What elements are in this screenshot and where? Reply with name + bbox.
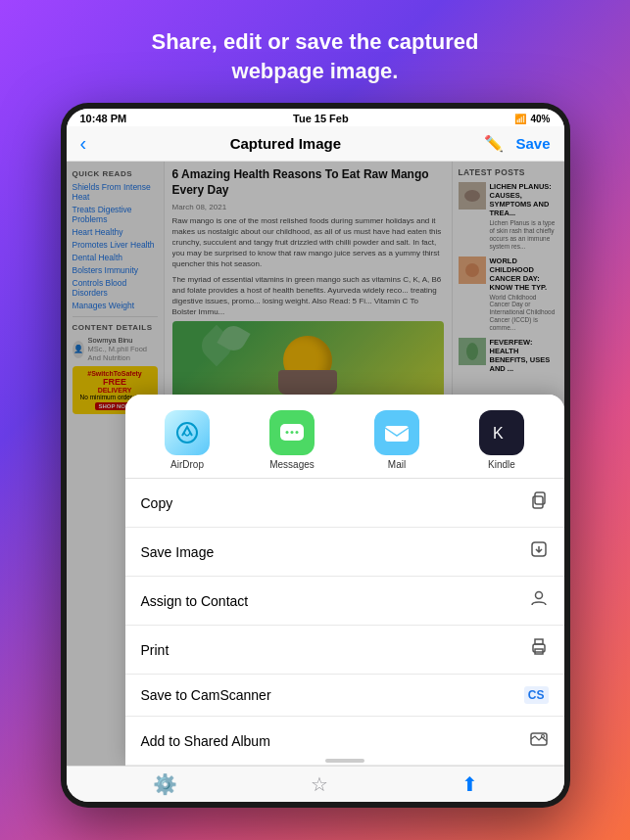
mail-label: Mail bbox=[388, 459, 406, 470]
share-menu-copy[interactable]: Copy bbox=[125, 479, 564, 528]
status-bar: 10:48 PM Tue 15 Feb 📶 40% bbox=[67, 109, 564, 126]
share-sheet: AirDrop Messages bbox=[125, 395, 564, 766]
share-app-airdrop[interactable]: AirDrop bbox=[165, 410, 210, 470]
svg-point-9 bbox=[291, 431, 294, 434]
web-content: QUICK READS Shields From Intense Heat Tr… bbox=[67, 162, 564, 766]
shared-album-label: Add to Shared Album bbox=[141, 733, 270, 749]
share-app-kindle[interactable]: K Kindle bbox=[479, 410, 524, 470]
device-screen: 10:48 PM Tue 15 Feb 📶 40% ‹ Captured Ima… bbox=[67, 109, 564, 802]
shared-album-icon bbox=[529, 728, 549, 753]
status-icons: 📶 40% bbox=[514, 114, 550, 124]
share-tab[interactable]: ⬆ bbox=[461, 772, 478, 796]
print-label: Print bbox=[141, 642, 170, 658]
back-button[interactable]: ‹ bbox=[80, 132, 87, 155]
share-app-mail[interactable]: Mail bbox=[374, 410, 419, 470]
save-image-label: Save Image bbox=[141, 544, 215, 560]
svg-point-10 bbox=[296, 431, 299, 434]
nav-actions: ✏️ Save bbox=[484, 134, 550, 153]
svg-point-16 bbox=[535, 592, 542, 599]
messages-label: Messages bbox=[269, 459, 315, 470]
nav-bar: ‹ Captured Image ✏️ Save bbox=[67, 126, 564, 162]
share-menu-camscanner[interactable]: Save to CamScanner CS bbox=[125, 675, 564, 717]
settings-tab[interactable]: ⚙️ bbox=[153, 772, 177, 796]
copy-label: Copy bbox=[141, 495, 173, 511]
print-icon bbox=[529, 637, 549, 662]
nav-title: Captured Image bbox=[230, 135, 341, 152]
share-menu-assign-contact[interactable]: Assign to Contact bbox=[125, 577, 564, 626]
edit-icon[interactable]: ✏️ bbox=[484, 134, 504, 153]
svg-rect-18 bbox=[535, 639, 543, 644]
kindle-label: Kindle bbox=[488, 459, 515, 470]
save-image-icon bbox=[529, 539, 549, 564]
airdrop-icon bbox=[165, 410, 210, 455]
device-frame: 10:48 PM Tue 15 Feb 📶 40% ‹ Captured Ima… bbox=[61, 103, 570, 808]
share-app-row: AirDrop Messages bbox=[125, 395, 564, 479]
svg-point-8 bbox=[286, 431, 289, 434]
tab-bar: ⚙️ ☆ ⬆ bbox=[67, 766, 564, 802]
camscanner-label: Save to CamScanner bbox=[141, 687, 271, 703]
bookmark-tab[interactable]: ☆ bbox=[311, 772, 328, 796]
svg-rect-11 bbox=[385, 426, 409, 442]
share-app-messages[interactable]: Messages bbox=[269, 410, 315, 470]
assign-contact-icon bbox=[529, 588, 549, 613]
camscanner-icon: CS bbox=[524, 686, 549, 704]
svg-point-21 bbox=[541, 735, 544, 738]
headline: Share, edit or save the capturedwebpage … bbox=[113, 0, 518, 103]
assign-contact-label: Assign to Contact bbox=[141, 593, 249, 609]
save-button[interactable]: Save bbox=[515, 135, 550, 152]
copy-icon bbox=[529, 490, 549, 515]
share-menu-save-image[interactable]: Save Image bbox=[125, 528, 564, 577]
mail-icon bbox=[374, 410, 419, 455]
battery-level: 40% bbox=[530, 114, 550, 124]
status-date: Tue 15 Feb bbox=[293, 113, 349, 124]
messages-icon bbox=[269, 410, 315, 455]
svg-text:K: K bbox=[493, 425, 504, 442]
kindle-icon: K bbox=[479, 410, 524, 455]
wifi-icon: 📶 bbox=[514, 114, 526, 124]
airdrop-label: AirDrop bbox=[170, 459, 204, 470]
status-time: 10:48 PM bbox=[80, 113, 127, 124]
share-menu-print[interactable]: Print bbox=[125, 626, 564, 675]
